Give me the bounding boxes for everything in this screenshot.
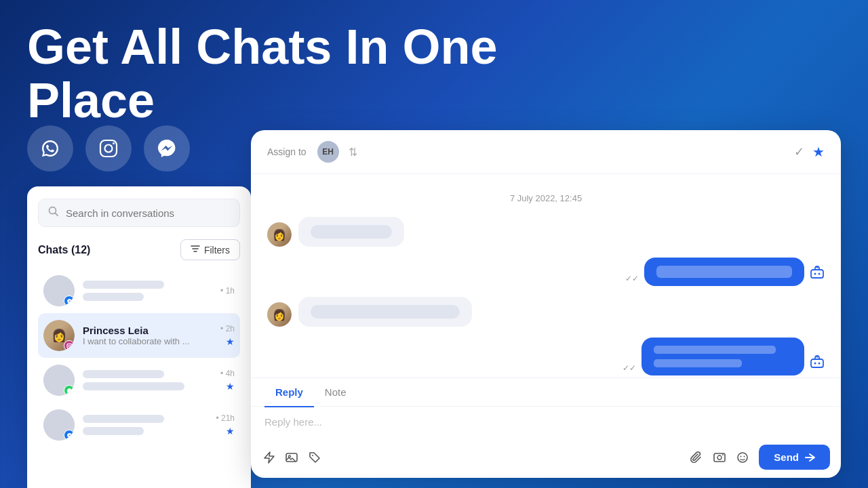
search-icon [48, 206, 59, 220]
svg-point-20 [717, 455, 722, 460]
filter-icon [191, 244, 200, 256]
sidebar-panel: Chats (12) Filters • 1h [27, 186, 251, 488]
read-tick-icon: ✓✓ [625, 274, 639, 283]
svg-point-6 [68, 345, 71, 347]
contact-name: Princess Leia [83, 325, 212, 336]
svg-point-1 [105, 145, 113, 152]
svg-point-13 [814, 363, 816, 365]
instagram-icon[interactable] [85, 125, 132, 171]
skeleton-name [83, 415, 164, 423]
chevron-up-down-icon[interactable]: ⇅ [349, 146, 357, 159]
message-bubble-outgoing-2 [642, 338, 804, 375]
svg-point-10 [818, 273, 821, 275]
chat-content [83, 415, 208, 435]
message-bubble-outgoing [644, 258, 804, 286]
messenger-icon[interactable] [144, 125, 190, 171]
check-icon[interactable]: ✓ [794, 144, 804, 159]
svg-rect-15 [816, 357, 818, 358]
assignee-avatar: EH [317, 141, 339, 163]
message-row-outgoing-1: ✓✓ [267, 258, 825, 286]
svg-rect-11 [816, 267, 818, 268]
chats-count-label: Chats (12) [38, 244, 90, 256]
send-label: Send [774, 451, 799, 463]
lightning-icon[interactable] [262, 451, 275, 464]
skeleton-name [83, 370, 164, 378]
star-icon[interactable]: ★ [812, 144, 825, 160]
svg-point-21 [722, 454, 724, 455]
whatsapp-badge [64, 385, 75, 396]
svg-point-14 [818, 363, 821, 365]
chat-meta: • 4h ★ [220, 369, 235, 392]
svg-line-4 [56, 214, 58, 216]
avatar [43, 409, 75, 441]
tab-reply[interactable]: Reply [264, 378, 314, 407]
instagram-badge [64, 340, 75, 351]
skeleton-name [83, 281, 164, 289]
filters-button[interactable]: Filters [180, 239, 240, 260]
message-avatar: 👩 [267, 302, 292, 327]
chat-list-item-princess-leia[interactable]: 👩 Princess Leia I want to collaborate wi… [38, 313, 240, 358]
svg-point-7 [71, 344, 71, 344]
svg-point-2 [113, 142, 115, 144]
message-row-outgoing-2: ✓✓ [267, 338, 825, 375]
avatar: 👩 [43, 320, 75, 351]
search-bar[interactable] [38, 199, 240, 227]
star-icon: ★ [226, 426, 235, 436]
svg-rect-16 [286, 453, 297, 462]
chat-time: • 21h [216, 413, 235, 423]
photo-icon[interactable] [713, 451, 726, 464]
date-divider: 7 July 2022, 12:45 [267, 193, 825, 203]
chat-list-item[interactable]: • 4h ★ [38, 358, 240, 403]
read-tick-icon: ✓✓ [623, 363, 636, 373]
chats-header: Chats (12) Filters [38, 239, 240, 260]
reply-input-placeholder[interactable]: Reply here... [251, 407, 841, 439]
filters-label: Filters [204, 245, 230, 256]
chat-meta: • 21h ★ [216, 413, 235, 436]
bot-icon [810, 265, 825, 283]
chat-list-item[interactable]: • 1h [38, 268, 240, 313]
platform-icons-row [27, 125, 190, 171]
chat-time: • 4h [220, 369, 235, 378]
whatsapp-icon[interactable] [27, 125, 73, 171]
search-input[interactable] [66, 207, 230, 219]
bot-icon-2 [810, 354, 825, 373]
tag-icon[interactable] [308, 451, 321, 464]
send-button[interactable]: Send [759, 445, 830, 470]
message-bubble-incoming [298, 217, 404, 247]
chat-content: Princess Leia I want to collaborate with… [83, 325, 212, 346]
svg-point-9 [814, 273, 816, 275]
chat-meta: • 1h [220, 286, 235, 296]
chat-time: • 1h [220, 286, 235, 296]
messenger-badge [64, 296, 75, 306]
chat-list-item[interactable]: • 21h ★ [38, 403, 240, 447]
emoji-icon[interactable] [736, 451, 749, 464]
chat-preview-text: I want to collaborate with ... [83, 336, 212, 346]
image-icon[interactable] [285, 451, 298, 464]
svg-point-22 [738, 453, 747, 462]
chat-time: • 2h [220, 324, 235, 333]
chat-header: Assign to EH ⇅ ✓ ★ [251, 130, 841, 174]
chat-content [83, 281, 212, 301]
chat-window: Assign to EH ⇅ ✓ ★ 7 July 2022, 12:45 👩 … [251, 130, 841, 478]
skeleton-preview [83, 427, 144, 435]
attachment-icon[interactable] [690, 451, 703, 464]
chat-meta: • 2h ★ [220, 324, 235, 347]
messages-area: 7 July 2022, 12:45 👩 ✓✓ [251, 174, 841, 378]
reply-tabs: Reply Note [251, 378, 841, 407]
skeleton-bubble [311, 225, 392, 239]
tab-note[interactable]: Note [314, 378, 357, 407]
message-row-incoming-2: 👩 [267, 297, 825, 327]
assign-label: Assign to [267, 146, 307, 157]
message-row-incoming-1: 👩 [267, 217, 825, 247]
chat-content [83, 370, 212, 390]
svg-point-24 [744, 455, 745, 457]
svg-point-23 [741, 455, 742, 457]
message-avatar: 👩 [267, 222, 292, 247]
avatar [43, 365, 75, 396]
reply-toolbar: Send [251, 439, 841, 478]
reply-area: Reply Note Reply here... [251, 378, 841, 479]
svg-rect-12 [811, 359, 823, 367]
messenger-badge [64, 430, 75, 441]
avatar [43, 275, 75, 306]
star-icon: ★ [226, 381, 235, 392]
